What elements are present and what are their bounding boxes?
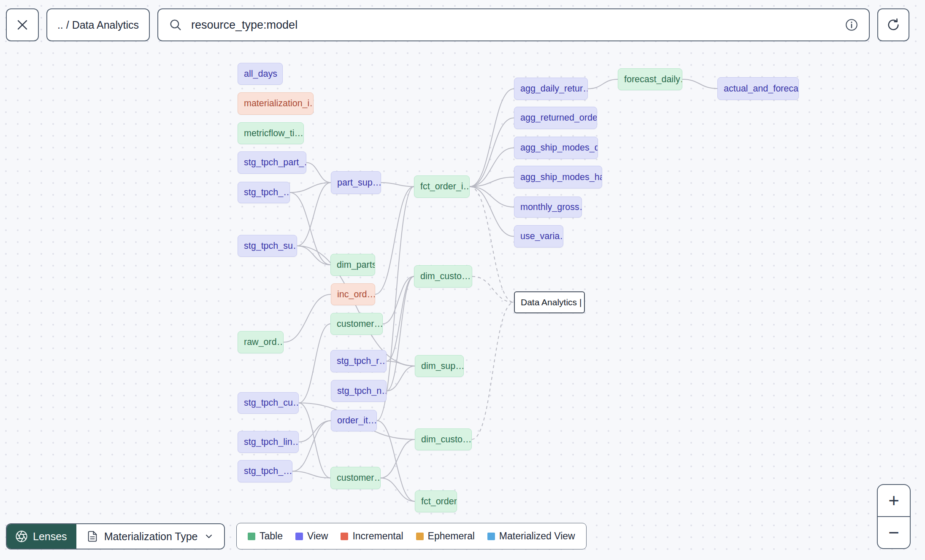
breadcrumb[interactable]: .. / Data Analytics — [46, 8, 150, 41]
graph-node-stg_r[interactable]: stg_tpch_r… — [330, 350, 387, 372]
lens-dropdown-label: Materialization Type — [104, 530, 198, 543]
close-icon — [15, 18, 30, 32]
lenses-button[interactable]: Lenses — [7, 524, 76, 549]
graph-edge — [472, 302, 514, 439]
graph-node-forecast[interactable]: forecast_daily… — [618, 68, 682, 90]
graph-edge — [290, 183, 331, 193]
materialization-legend: TableViewIncrementalEphemeralMaterialize… — [236, 523, 587, 549]
graph-node-monthly[interactable]: monthly_gross… — [514, 197, 582, 218]
lens-control: Lenses Materialization Type — [6, 523, 225, 549]
legend-label: Ephemeral — [428, 530, 475, 542]
graph-edge — [470, 148, 514, 187]
graph-node-agg_returned[interactable]: agg_returned_orde… — [514, 107, 597, 129]
graph-edge — [682, 79, 717, 89]
graph-node-stg_cu[interactable]: stg_tpch_cu… — [238, 392, 299, 414]
breadcrumb-label: .. / Data Analytics — [57, 19, 139, 31]
legend-label: Table — [260, 530, 283, 542]
legend-swatch — [248, 533, 255, 540]
graph-edge — [383, 277, 414, 324]
graph-node-dim_parts[interactable]: dim_parts — [330, 254, 375, 276]
graph-edge — [470, 187, 514, 237]
zoom-out-button[interactable]: − — [878, 517, 910, 548]
legend-swatch — [487, 533, 495, 540]
graph-edge — [375, 187, 414, 295]
graph-node-raw_ord[interactable]: raw_ord… — [238, 331, 284, 353]
graph-edge — [472, 277, 514, 303]
graph-node-agg_ship_d[interactable]: agg_ship_modes_d… — [514, 137, 598, 159]
legend-item-table: Table — [248, 530, 283, 542]
graph-edge — [381, 183, 414, 187]
graph-node-agg_ship_ha[interactable]: agg_ship_modes_ha… — [514, 166, 602, 188]
graph-node-stg_o[interactable]: stg_tpch_… — [238, 460, 292, 482]
graph-edge — [387, 361, 415, 366]
legend-swatch — [416, 533, 424, 540]
legend-swatch — [341, 533, 348, 540]
legend-item-materialized-view: Materialized View — [487, 530, 575, 542]
search-icon — [168, 18, 183, 32]
close-button[interactable] — [6, 8, 39, 41]
graph-node-all_days[interactable]: all_days — [238, 63, 283, 85]
refresh-icon — [886, 17, 901, 32]
graph-edge — [470, 187, 514, 207]
graph-edge — [470, 187, 514, 303]
graph-node-data_analytics[interactable]: Data Analytics | … — [514, 291, 585, 313]
lenses-button-label: Lenses — [33, 530, 67, 543]
graph-edge — [381, 478, 415, 502]
graph-node-dim_sup[interactable]: dim_sup… — [415, 355, 464, 377]
graph-edge — [284, 294, 331, 342]
graph-node-actual[interactable]: actual_and_foreca… — [717, 77, 799, 100]
graph-edge — [306, 163, 331, 183]
legend-label: View — [307, 530, 328, 542]
legend-item-incremental: Incremental — [341, 530, 403, 542]
aperture-icon — [15, 530, 28, 543]
legend-label: Materialized View — [499, 530, 575, 542]
info-icon[interactable] — [844, 18, 859, 32]
graph-node-use_varia[interactable]: use_varia… — [514, 225, 563, 248]
graph-node-stg_a[interactable]: stg_tpch_… — [238, 182, 290, 203]
graph-node-stg_part[interactable]: stg_tpch_part_… — [238, 151, 306, 174]
graph-node-customer2[interactable]: customer… — [330, 467, 381, 489]
graph-node-stg_lin[interactable]: stg_tpch_lin… — [238, 431, 299, 453]
graph-node-dim_custo1[interactable]: dim_custo… — [414, 265, 472, 288]
legend-item-ephemeral: Ephemeral — [416, 530, 475, 542]
graph-edge — [377, 421, 415, 502]
graph-edge — [470, 118, 514, 187]
lineage-app: { "toolbar": { "breadcrumb": ".. / Data … — [0, 0, 925, 560]
graph-node-metricflow[interactable]: metricflow_ti… — [238, 122, 304, 144]
graph-node-customer1[interactable]: customer… — [330, 313, 383, 335]
graph-node-fct_orders[interactable]: fct_orders — [415, 490, 457, 512]
graph-node-stg_n[interactable]: stg_tpch_n… — [331, 380, 387, 402]
zoom-in-button[interactable]: + — [878, 485, 910, 516]
graph-edge — [381, 439, 415, 478]
refresh-button[interactable] — [877, 8, 909, 41]
graph-node-part_sup[interactable]: part_sup… — [331, 171, 381, 194]
graph-node-inc_ord[interactable]: inc_ord… — [331, 283, 375, 305]
graph-edge — [299, 403, 330, 478]
graph-edge — [297, 246, 330, 265]
graph-node-order_it[interactable]: order_it… — [331, 410, 377, 431]
legend-label: Incremental — [352, 530, 403, 542]
chevron-down-icon — [204, 531, 214, 541]
graph-node-fct_order_i[interactable]: fct_order_i… — [414, 175, 470, 198]
graph-edge — [297, 183, 331, 246]
graph-node-materialization[interactable]: materialization_i… — [238, 92, 314, 115]
legend-item-view: View — [295, 530, 328, 542]
graph-edge — [588, 79, 618, 89]
graph-edge — [470, 89, 514, 187]
lens-dropdown[interactable]: Materialization Type — [76, 524, 224, 549]
zoom-controls: + − — [877, 484, 911, 549]
graph-edge — [299, 324, 330, 403]
graph-node-stg_su[interactable]: stg_tpch_su… — [238, 235, 297, 257]
document-icon — [87, 530, 98, 542]
graph-node-agg_daily[interactable]: agg_daily_retur… — [514, 78, 588, 100]
search-input[interactable] — [190, 18, 837, 32]
legend-swatch — [295, 533, 303, 540]
graph-node-dim_custo2[interactable]: dim_custo… — [415, 428, 472, 450]
search-bar — [157, 8, 870, 41]
